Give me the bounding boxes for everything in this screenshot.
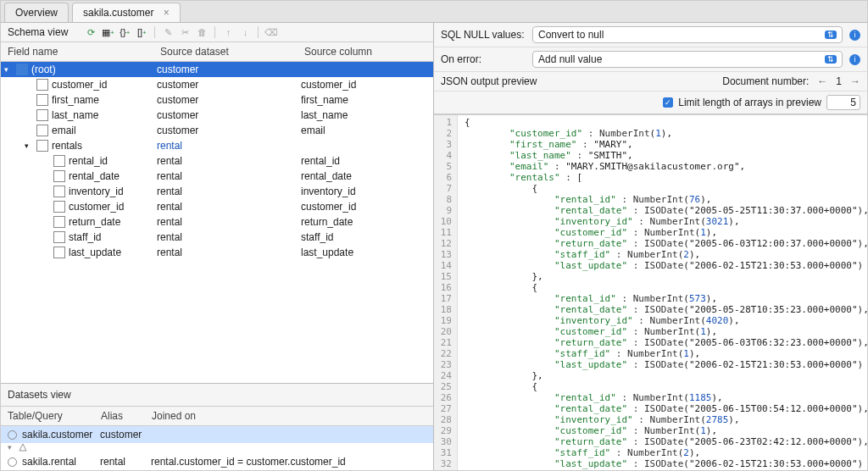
dataset-row-customer[interactable]: sakila.customer customer [1,426,433,443]
col-source-column: Source column [304,46,426,58]
field-name: return_date [69,216,120,228]
tree-row[interactable]: return_date rental return_date [1,214,433,230]
tree-row[interactable]: first_name customer first_name [1,92,433,108]
schema-pane: Schema view ⟳ ▦+ {}+ []+ ✎ ✂ 🗑 ↑ ↓ ⌫ [1,23,434,470]
tab-label: sakila.customer [83,7,153,19]
tab-overview[interactable]: Overview [4,3,69,22]
field-name: last_name [52,109,98,121]
col-alias: Alias [101,410,152,422]
col-table: Table/Query [8,410,101,422]
field-icon [36,109,48,121]
source-column: first_name [301,94,430,106]
cut-icon[interactable]: ✂ [179,26,191,38]
field-name: rental_id [69,155,108,167]
ds-table: sakila.customer [22,429,100,441]
move-down-icon[interactable]: ↓ [239,26,251,38]
tree-row[interactable]: last_name customer last_name [1,108,433,123]
tree-row[interactable]: email customer email [1,123,433,138]
edit-icon[interactable]: ✎ [162,26,174,38]
datasets-headers: Table/Query Alias Joined on [1,407,433,426]
limit-row: ✓ Limit length of arrays in preview 5 [434,91,867,114]
prev-doc-icon[interactable]: ← [817,75,827,87]
add-container-icon[interactable]: ▦+ [102,26,114,38]
source-column: rental_id [301,155,430,167]
schema-column-headers: Field name Source dataset Source column [1,42,433,62]
source-dataset: customer [157,79,301,91]
field-icon [36,79,48,91]
json-editor[interactable]: 1234567891011121314151617181920212223242… [434,114,867,470]
limit-checkbox[interactable]: ✓ [663,97,673,108]
source-dataset: customer [157,125,301,136]
field-icon [53,170,65,182]
source-dataset: rental [157,216,301,228]
ds-alias: rental [100,456,151,468]
tree-row-rentals[interactable]: ▾ rentals rental [1,138,433,153]
field-icon [53,201,65,213]
tree-row[interactable]: rental_id rental rental_id [1,153,433,169]
source-dataset: customer [157,94,301,106]
tree-row[interactable]: inventory_id rental inventory_id [1,184,433,199]
radio-icon[interactable] [8,457,17,467]
tree-row-root[interactable]: ▾ (root) customer [1,62,433,77]
source-column: last_name [301,109,430,121]
tree-row[interactable]: rental_date rental rental_date [1,169,433,184]
tab-sakila-customer[interactable]: sakila.customer × [72,3,181,22]
on-error-label: On error: [441,53,526,65]
array-icon [36,140,48,152]
info-icon[interactable]: i [849,54,860,65]
join-connector: ▾ [1,443,433,453]
source-column: staff_id [301,231,430,243]
ds-joined: rental.customer_id = customer.customer_i… [151,456,426,468]
dataset-row-rental[interactable]: sakila.rental rental rental.customer_id … [1,453,433,470]
add-array-icon[interactable]: []+ [136,26,147,38]
source-dataset: rental [157,170,301,182]
code-area[interactable]: { "customer_id" : NumberInt(1), "first_n… [458,115,867,470]
object-icon [16,64,28,75]
on-error-select[interactable]: Add null value ⇅ [532,51,843,68]
next-doc-icon[interactable]: → [850,75,860,87]
limit-input[interactable]: 5 [826,95,860,110]
tab-label: Overview [15,7,58,19]
field-name: customer_id [69,201,124,213]
updown-icon: ⇅ [825,30,837,39]
chevron-down-icon[interactable]: ▾ [25,141,33,150]
tree-row[interactable]: last_update rental last_update [1,245,433,260]
clear-icon[interactable]: ⌫ [265,26,277,38]
schema-toolbar: Schema view ⟳ ▦+ {}+ []+ ✎ ✂ 🗑 ↑ ↓ ⌫ [1,23,433,42]
source-dataset: rental [157,231,301,243]
schema-view-label: Schema view [8,26,68,38]
tree-row[interactable]: staff_id rental staff_id [1,230,433,245]
col-source-dataset: Source dataset [160,46,304,58]
field-icon [53,216,65,228]
source-column: return_date [301,216,430,228]
source-dataset: customer [157,109,301,121]
datasets-view: Datasets view Table/Query Alias Joined o… [1,383,433,470]
source-column: customer_id [301,79,430,91]
field-icon [53,247,65,258]
tree-row[interactable]: customer_id customer customer_id [1,77,433,92]
sql-null-select[interactable]: Convert to null ⇅ [532,26,843,43]
field-name: last_update [69,247,121,258]
preview-title: JSON output preview [441,75,537,87]
schema-tree[interactable]: ▾ (root) customer customer_id customer c… [1,62,433,383]
source-dataset[interactable]: rental [157,140,301,152]
source-dataset: customer [157,64,301,75]
source-dataset: rental [157,155,301,167]
radio-icon[interactable] [8,430,17,440]
chevron-down-icon[interactable]: ▾ [8,443,16,452]
limit-label: Limit length of arrays in preview [678,97,821,108]
delete-icon[interactable]: 🗑 [196,26,208,38]
source-dataset: rental [157,201,301,213]
select-value: Convert to null [538,29,604,41]
chevron-down-icon[interactable]: ▾ [4,65,13,74]
move-up-icon[interactable]: ↑ [222,26,234,38]
refresh-icon[interactable]: ⟳ [85,26,97,38]
tree-row[interactable]: customer_id rental customer_id [1,199,433,214]
source-column: email [301,125,430,136]
info-icon[interactable]: i [849,30,860,41]
close-icon[interactable]: × [164,7,170,19]
field-name: first_name [52,94,99,106]
ds-alias: customer [100,429,151,441]
add-object-icon[interactable]: {}+ [119,26,131,38]
on-error-row: On error: Add null value ⇅ i [434,47,867,72]
